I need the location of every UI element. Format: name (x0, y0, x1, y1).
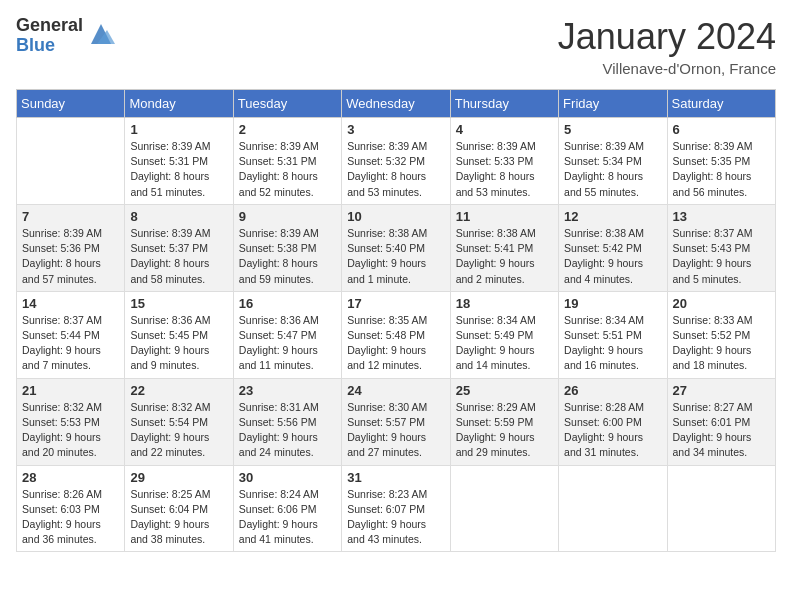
calendar-cell: 22Sunrise: 8:32 AM Sunset: 5:54 PM Dayli… (125, 378, 233, 465)
calendar-week-row: 1Sunrise: 8:39 AM Sunset: 5:31 PM Daylig… (17, 118, 776, 205)
calendar-cell: 2Sunrise: 8:39 AM Sunset: 5:31 PM Daylig… (233, 118, 341, 205)
day-info: Sunrise: 8:36 AM Sunset: 5:47 PM Dayligh… (239, 313, 336, 374)
day-info: Sunrise: 8:38 AM Sunset: 5:41 PM Dayligh… (456, 226, 553, 287)
day-info: Sunrise: 8:39 AM Sunset: 5:31 PM Dayligh… (130, 139, 227, 200)
day-info: Sunrise: 8:39 AM Sunset: 5:34 PM Dayligh… (564, 139, 661, 200)
calendar-header-row: SundayMondayTuesdayWednesdayThursdayFrid… (17, 90, 776, 118)
calendar-cell: 3Sunrise: 8:39 AM Sunset: 5:32 PM Daylig… (342, 118, 450, 205)
day-number: 5 (564, 122, 661, 137)
day-number: 11 (456, 209, 553, 224)
calendar-cell: 30Sunrise: 8:24 AM Sunset: 6:06 PM Dayli… (233, 465, 341, 552)
day-info: Sunrise: 8:39 AM Sunset: 5:37 PM Dayligh… (130, 226, 227, 287)
calendar-cell: 17Sunrise: 8:35 AM Sunset: 5:48 PM Dayli… (342, 291, 450, 378)
day-info: Sunrise: 8:28 AM Sunset: 6:00 PM Dayligh… (564, 400, 661, 461)
calendar-cell: 28Sunrise: 8:26 AM Sunset: 6:03 PM Dayli… (17, 465, 125, 552)
calendar-week-row: 28Sunrise: 8:26 AM Sunset: 6:03 PM Dayli… (17, 465, 776, 552)
calendar-cell: 27Sunrise: 8:27 AM Sunset: 6:01 PM Dayli… (667, 378, 775, 465)
calendar-week-row: 14Sunrise: 8:37 AM Sunset: 5:44 PM Dayli… (17, 291, 776, 378)
calendar-cell: 29Sunrise: 8:25 AM Sunset: 6:04 PM Dayli… (125, 465, 233, 552)
calendar-cell (667, 465, 775, 552)
calendar-cell: 23Sunrise: 8:31 AM Sunset: 5:56 PM Dayli… (233, 378, 341, 465)
calendar-cell: 9Sunrise: 8:39 AM Sunset: 5:38 PM Daylig… (233, 204, 341, 291)
day-number: 21 (22, 383, 119, 398)
weekday-header: Wednesday (342, 90, 450, 118)
day-number: 20 (673, 296, 770, 311)
day-info: Sunrise: 8:24 AM Sunset: 6:06 PM Dayligh… (239, 487, 336, 548)
calendar-cell (559, 465, 667, 552)
day-info: Sunrise: 8:39 AM Sunset: 5:38 PM Dayligh… (239, 226, 336, 287)
day-info: Sunrise: 8:34 AM Sunset: 5:49 PM Dayligh… (456, 313, 553, 374)
day-info: Sunrise: 8:26 AM Sunset: 6:03 PM Dayligh… (22, 487, 119, 548)
day-number: 25 (456, 383, 553, 398)
logo-blue-text: Blue (16, 36, 83, 56)
day-number: 14 (22, 296, 119, 311)
calendar-week-row: 7Sunrise: 8:39 AM Sunset: 5:36 PM Daylig… (17, 204, 776, 291)
day-info: Sunrise: 8:32 AM Sunset: 5:54 PM Dayligh… (130, 400, 227, 461)
weekday-header: Friday (559, 90, 667, 118)
calendar-cell: 13Sunrise: 8:37 AM Sunset: 5:43 PM Dayli… (667, 204, 775, 291)
day-info: Sunrise: 8:31 AM Sunset: 5:56 PM Dayligh… (239, 400, 336, 461)
day-info: Sunrise: 8:30 AM Sunset: 5:57 PM Dayligh… (347, 400, 444, 461)
day-info: Sunrise: 8:29 AM Sunset: 5:59 PM Dayligh… (456, 400, 553, 461)
day-number: 22 (130, 383, 227, 398)
day-info: Sunrise: 8:36 AM Sunset: 5:45 PM Dayligh… (130, 313, 227, 374)
day-info: Sunrise: 8:38 AM Sunset: 5:40 PM Dayligh… (347, 226, 444, 287)
day-number: 30 (239, 470, 336, 485)
day-number: 1 (130, 122, 227, 137)
day-number: 10 (347, 209, 444, 224)
day-number: 19 (564, 296, 661, 311)
day-number: 24 (347, 383, 444, 398)
calendar-cell: 12Sunrise: 8:38 AM Sunset: 5:42 PM Dayli… (559, 204, 667, 291)
day-number: 27 (673, 383, 770, 398)
day-number: 2 (239, 122, 336, 137)
day-number: 18 (456, 296, 553, 311)
day-info: Sunrise: 8:23 AM Sunset: 6:07 PM Dayligh… (347, 487, 444, 548)
day-info: Sunrise: 8:25 AM Sunset: 6:04 PM Dayligh… (130, 487, 227, 548)
day-info: Sunrise: 8:39 AM Sunset: 5:32 PM Dayligh… (347, 139, 444, 200)
calendar-cell (17, 118, 125, 205)
calendar-cell: 24Sunrise: 8:30 AM Sunset: 5:57 PM Dayli… (342, 378, 450, 465)
weekday-header: Thursday (450, 90, 558, 118)
calendar-cell: 1Sunrise: 8:39 AM Sunset: 5:31 PM Daylig… (125, 118, 233, 205)
logo: General Blue (16, 16, 115, 56)
day-info: Sunrise: 8:27 AM Sunset: 6:01 PM Dayligh… (673, 400, 770, 461)
page-header: General Blue January 2024 Villenave-d'Or… (16, 16, 776, 77)
day-info: Sunrise: 8:38 AM Sunset: 5:42 PM Dayligh… (564, 226, 661, 287)
weekday-header: Saturday (667, 90, 775, 118)
title-block: January 2024 Villenave-d'Ornon, France (558, 16, 776, 77)
day-number: 29 (130, 470, 227, 485)
day-number: 7 (22, 209, 119, 224)
calendar-cell: 7Sunrise: 8:39 AM Sunset: 5:36 PM Daylig… (17, 204, 125, 291)
day-info: Sunrise: 8:34 AM Sunset: 5:51 PM Dayligh… (564, 313, 661, 374)
day-number: 28 (22, 470, 119, 485)
calendar-cell: 20Sunrise: 8:33 AM Sunset: 5:52 PM Dayli… (667, 291, 775, 378)
day-number: 16 (239, 296, 336, 311)
calendar-table: SundayMondayTuesdayWednesdayThursdayFrid… (16, 89, 776, 552)
day-info: Sunrise: 8:35 AM Sunset: 5:48 PM Dayligh… (347, 313, 444, 374)
calendar-cell: 31Sunrise: 8:23 AM Sunset: 6:07 PM Dayli… (342, 465, 450, 552)
calendar-cell: 4Sunrise: 8:39 AM Sunset: 5:33 PM Daylig… (450, 118, 558, 205)
day-info: Sunrise: 8:37 AM Sunset: 5:44 PM Dayligh… (22, 313, 119, 374)
day-info: Sunrise: 8:39 AM Sunset: 5:33 PM Dayligh… (456, 139, 553, 200)
day-info: Sunrise: 8:39 AM Sunset: 5:31 PM Dayligh… (239, 139, 336, 200)
day-number: 15 (130, 296, 227, 311)
day-number: 12 (564, 209, 661, 224)
day-info: Sunrise: 8:33 AM Sunset: 5:52 PM Dayligh… (673, 313, 770, 374)
day-number: 17 (347, 296, 444, 311)
calendar-week-row: 21Sunrise: 8:32 AM Sunset: 5:53 PM Dayli… (17, 378, 776, 465)
location-subtitle: Villenave-d'Ornon, France (558, 60, 776, 77)
calendar-cell: 19Sunrise: 8:34 AM Sunset: 5:51 PM Dayli… (559, 291, 667, 378)
day-number: 26 (564, 383, 661, 398)
calendar-cell: 16Sunrise: 8:36 AM Sunset: 5:47 PM Dayli… (233, 291, 341, 378)
calendar-cell: 25Sunrise: 8:29 AM Sunset: 5:59 PM Dayli… (450, 378, 558, 465)
weekday-header: Monday (125, 90, 233, 118)
day-number: 13 (673, 209, 770, 224)
calendar-cell: 21Sunrise: 8:32 AM Sunset: 5:53 PM Dayli… (17, 378, 125, 465)
calendar-cell (450, 465, 558, 552)
day-number: 6 (673, 122, 770, 137)
weekday-header: Tuesday (233, 90, 341, 118)
day-number: 9 (239, 209, 336, 224)
calendar-cell: 11Sunrise: 8:38 AM Sunset: 5:41 PM Dayli… (450, 204, 558, 291)
day-info: Sunrise: 8:39 AM Sunset: 5:36 PM Dayligh… (22, 226, 119, 287)
calendar-cell: 26Sunrise: 8:28 AM Sunset: 6:00 PM Dayli… (559, 378, 667, 465)
